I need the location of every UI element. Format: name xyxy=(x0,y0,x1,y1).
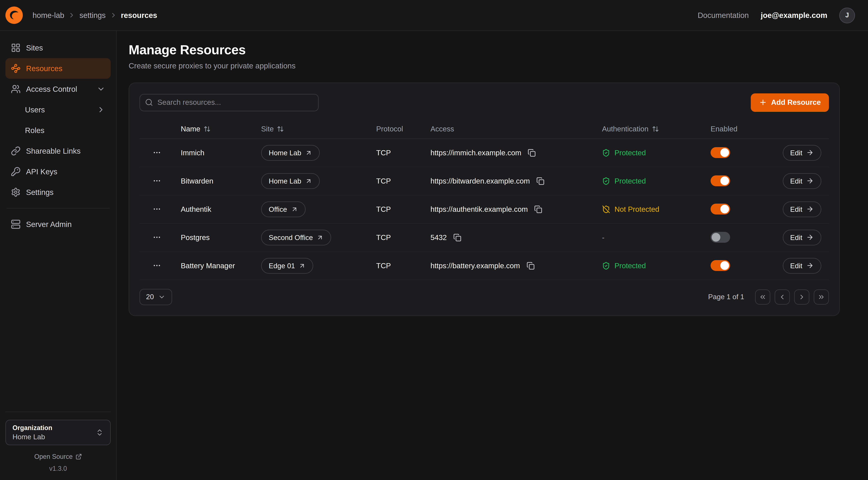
breadcrumb-settings[interactable]: settings xyxy=(80,11,106,20)
enabled-toggle[interactable] xyxy=(711,147,730,158)
resource-name: Bitwarden xyxy=(174,177,261,185)
enabled-toggle[interactable] xyxy=(711,176,730,186)
enabled-toggle[interactable] xyxy=(711,204,730,215)
resource-access: https://bitwarden.example.com xyxy=(431,177,530,185)
shield-check-icon xyxy=(602,177,610,185)
sort-icon xyxy=(277,125,284,132)
page-size-value: 20 xyxy=(146,293,154,301)
chevrons-right-icon xyxy=(817,293,825,301)
row-menu-button[interactable] xyxy=(150,259,163,272)
auth-status-label: Protected xyxy=(615,149,646,157)
sidebar-item-settings[interactable]: Settings xyxy=(5,182,111,203)
edit-button[interactable]: Edit xyxy=(783,173,821,189)
site-link-button[interactable]: Edge 01 xyxy=(261,258,313,273)
resources-card: Add Resource Name xyxy=(129,82,840,316)
page-title: Manage Resources xyxy=(129,42,856,58)
search-icon xyxy=(145,98,153,106)
row-menu-button[interactable] xyxy=(150,175,163,187)
sort-icon xyxy=(204,125,211,132)
chevron-down-icon xyxy=(158,293,166,301)
edit-button-label: Edit xyxy=(790,177,802,185)
copy-icon[interactable] xyxy=(525,261,536,271)
grid-icon xyxy=(11,43,21,53)
copy-icon[interactable] xyxy=(527,148,537,158)
edit-button[interactable]: Edit xyxy=(783,230,821,245)
user-email[interactable]: joe@example.com xyxy=(761,11,827,20)
sidebar-item-shareable-links[interactable]: Shareable Links xyxy=(5,141,111,161)
site-link-button[interactable]: Office xyxy=(261,201,305,217)
sidebar-item-api-keys[interactable]: API Keys xyxy=(5,161,111,182)
resource-protocol: TCP xyxy=(376,149,431,157)
sidebar-item-label: Server Admin xyxy=(26,220,72,229)
header-authentication[interactable]: Authentication xyxy=(602,125,659,133)
site-link-button[interactable]: Home Lab xyxy=(261,145,320,160)
sidebar-item-sites[interactable]: Sites xyxy=(5,37,111,58)
search-input[interactable] xyxy=(140,94,319,111)
site-link-button[interactable]: Second Office xyxy=(261,230,331,245)
next-page-button[interactable] xyxy=(794,289,809,304)
copy-icon[interactable] xyxy=(535,176,546,186)
auth-status: Not Protected xyxy=(602,205,659,213)
edit-button[interactable]: Edit xyxy=(783,258,821,273)
row-menu-button[interactable] xyxy=(150,231,163,244)
auth-status-label: Protected xyxy=(615,262,646,270)
copy-icon[interactable] xyxy=(452,232,463,243)
sidebar-item-server-admin[interactable]: Server Admin xyxy=(5,214,111,235)
last-page-button[interactable] xyxy=(814,289,829,304)
row-menu-button[interactable] xyxy=(150,146,163,159)
edit-button-label: Edit xyxy=(790,262,802,270)
sidebar-item-label: Settings xyxy=(26,188,54,197)
documentation-link[interactable]: Documentation xyxy=(698,11,749,20)
sidebar-item-label: Resources xyxy=(26,64,62,73)
org-selector[interactable]: Organization Home Lab xyxy=(5,420,111,445)
add-resource-label: Add Resource xyxy=(771,98,821,107)
resources-table: Name Site Protocol Access xyxy=(140,119,829,280)
chevron-right-icon xyxy=(97,106,105,114)
edit-button[interactable]: Edit xyxy=(783,145,821,160)
topbar-left: home-lab settings resources xyxy=(4,5,157,25)
sidebar-item-users[interactable]: Users xyxy=(5,99,111,120)
sidebar-item-access-control[interactable]: Access Control xyxy=(5,79,111,99)
table-body: Immich Home Lab TCP https://immich.examp… xyxy=(140,139,829,280)
edit-button-label: Edit xyxy=(790,149,802,157)
header-name[interactable]: Name xyxy=(181,125,211,133)
arrow-right-icon xyxy=(806,149,814,156)
resource-name: Battery Manager xyxy=(174,262,261,270)
page-size-select[interactable]: 20 xyxy=(140,289,172,305)
edit-button[interactable]: Edit xyxy=(783,201,821,217)
breadcrumb-resources: resources xyxy=(121,11,157,20)
sidebar-divider xyxy=(6,208,110,209)
gear-icon xyxy=(11,187,21,197)
page-subtitle: Create secure proxies to your private ap… xyxy=(129,61,856,70)
avatar[interactable]: J xyxy=(839,7,855,23)
ellipsis-icon xyxy=(153,261,161,270)
header-site[interactable]: Site xyxy=(261,125,284,133)
app-root: home-lab settings resources Documentatio… xyxy=(0,0,868,480)
sidebar-nav: SitesResourcesAccess ControlUsersRolesSh… xyxy=(5,37,111,235)
sidebar-item-resources[interactable]: Resources xyxy=(5,58,111,79)
app-logo[interactable] xyxy=(4,5,24,25)
shield-check-icon xyxy=(602,149,610,157)
arrow-up-right-icon xyxy=(291,206,298,213)
chevron-right-icon xyxy=(798,293,806,301)
auth-status-label: Protected xyxy=(615,177,646,185)
page-info: Page 1 of 1 xyxy=(708,293,744,301)
add-resource-button[interactable]: Add Resource xyxy=(751,93,829,112)
row-menu-button[interactable] xyxy=(150,203,163,216)
table-row: Bitwarden Home Lab TCP https://bitwarden… xyxy=(140,167,829,195)
breadcrumb-org[interactable]: home-lab xyxy=(33,11,64,20)
chevrons-left-icon xyxy=(759,293,767,301)
site-link-button[interactable]: Home Lab xyxy=(261,173,320,189)
open-source-link[interactable]: Open Source xyxy=(34,453,82,460)
sidebar: SitesResourcesAccess ControlUsersRolesSh… xyxy=(0,31,117,480)
prev-page-button[interactable] xyxy=(775,289,790,304)
first-page-button[interactable] xyxy=(755,289,770,304)
resource-protocol: TCP xyxy=(376,262,431,270)
enabled-toggle[interactable] xyxy=(711,232,730,243)
enabled-toggle[interactable] xyxy=(711,260,730,271)
shield-check-icon xyxy=(602,262,610,270)
header-name-label: Name xyxy=(181,125,200,133)
sidebar-item-roles[interactable]: Roles xyxy=(5,120,111,141)
copy-icon[interactable] xyxy=(533,204,544,214)
site-name: Home Lab xyxy=(269,149,301,157)
